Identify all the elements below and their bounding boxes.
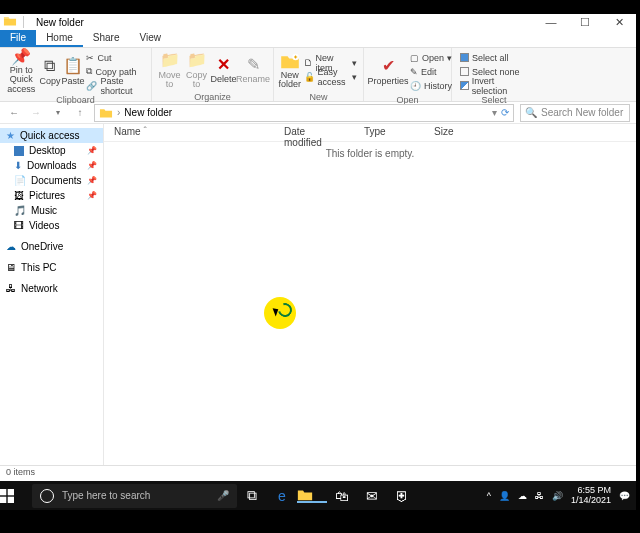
recent-dropdown[interactable]: ▾ <box>50 108 66 117</box>
edit-button[interactable]: ✎Edit <box>410 65 452 78</box>
nav-this-pc[interactable]: 🖥This PC <box>0 260 103 275</box>
file-list[interactable]: Name ˆ Date modified Type Size This fold… <box>104 124 636 465</box>
nav-videos[interactable]: 🎞Videos <box>0 218 103 233</box>
tray-overflow[interactable]: ^ <box>487 491 491 501</box>
tray-notifications[interactable]: 💬 <box>619 491 630 501</box>
paste-button[interactable]: 📋 Paste <box>61 51 84 93</box>
col-name[interactable]: Name ˆ <box>104 124 274 141</box>
nav-music[interactable]: 🎵Music <box>0 203 103 218</box>
paste-shortcut-button[interactable]: 🔗Paste shortcut <box>86 79 145 92</box>
nav-network[interactable]: 🖧Network <box>0 281 103 296</box>
properties-button[interactable]: ✔ Properties <box>368 51 408 93</box>
taskbar-mail[interactable]: ✉ <box>357 488 387 504</box>
tab-share[interactable]: Share <box>83 30 130 47</box>
folder-icon <box>99 107 113 118</box>
invert-selection-button[interactable]: Invert selection <box>460 79 530 92</box>
nav-onedrive[interactable]: ☁OneDrive <box>0 239 103 254</box>
select-all-button[interactable]: Select all <box>460 51 530 64</box>
col-size[interactable]: Size <box>424 124 484 141</box>
back-button[interactable]: ← <box>6 107 22 118</box>
copy-button[interactable]: ⧉ Copy <box>38 51 61 93</box>
documents-icon: 📄 <box>14 175 26 186</box>
start-button[interactable] <box>0 489 32 503</box>
rename-icon: ✎ <box>243 55 263 75</box>
nav-documents[interactable]: 📄Documents📌 <box>0 173 103 188</box>
window-title: New folder <box>32 17 534 28</box>
mic-icon[interactable]: 🎤 <box>217 490 229 501</box>
delete-button[interactable]: ✕ Delete <box>210 49 237 91</box>
col-type[interactable]: Type <box>354 124 424 141</box>
tray-network-icon[interactable]: 🖧 <box>535 491 544 501</box>
address-dropdown[interactable]: ▾ <box>492 107 497 118</box>
shortcut-icon: 🔗 <box>86 81 97 91</box>
rename-button[interactable]: ✎ Rename <box>237 49 269 91</box>
taskbar-edge[interactable]: e <box>267 488 297 504</box>
empty-message: This folder is empty. <box>104 142 636 165</box>
pictures-icon: 🖼 <box>14 190 24 201</box>
delete-icon: ✕ <box>214 55 234 75</box>
qat-separator <box>23 16 29 28</box>
easy-access-icon: 🔓 <box>304 72 315 82</box>
cut-button[interactable]: ✂Cut <box>86 51 145 64</box>
tray-volume-icon[interactable]: 🔊 <box>552 491 563 501</box>
tray-clock[interactable]: 6:55 PM 1/14/2021 <box>571 486 611 506</box>
tab-home[interactable]: Home <box>36 30 83 47</box>
tray-people[interactable]: 👤 <box>499 491 510 501</box>
chevron-down-icon: ▾ <box>352 58 357 68</box>
quick-access-icon: ★ <box>6 130 15 141</box>
search-box[interactable]: 🔍 Search New folder <box>520 104 630 122</box>
nav-pane[interactable]: ★ Quick access Desktop📌 ⬇Downloads📌 📄Doc… <box>0 124 104 465</box>
minimize-button[interactable]: — <box>534 16 568 28</box>
address-bar: ← → ▾ ↑ › New folder ▾ ⟳ 🔍 Search New fo… <box>0 102 636 124</box>
taskbar[interactable]: Type here to search 🎤 ⧉ e 🛍 ✉ ⛨ ^ 👤 ☁ 🖧 … <box>0 481 636 510</box>
nav-desktop[interactable]: Desktop📌 <box>0 143 103 158</box>
copy-to-icon: 📁 <box>187 51 207 71</box>
cortana-icon <box>40 489 54 503</box>
tab-file[interactable]: File <box>0 30 36 47</box>
pin-quick-access-button[interactable]: 📌 Pin to Quick access <box>4 51 38 93</box>
refresh-button[interactable]: ⟳ <box>501 107 509 118</box>
this-pc-icon: 🖥 <box>6 262 16 273</box>
up-button[interactable]: ↑ <box>72 107 88 118</box>
ribbon-tabs: File Home Share View <box>0 30 636 48</box>
breadcrumb-sep: › <box>117 107 120 118</box>
breadcrumb[interactable]: › New folder ▾ ⟳ <box>94 104 514 122</box>
move-to-button[interactable]: 📁 Move to <box>156 49 183 91</box>
title-bar[interactable]: New folder — ☐ ✕ <box>0 14 636 30</box>
taskbar-explorer[interactable] <box>297 488 327 503</box>
breadcrumb-folder[interactable]: New folder <box>124 107 172 118</box>
forward-button[interactable]: → <box>28 107 44 118</box>
sort-indicator: ˆ <box>143 126 146 137</box>
tray-onedrive[interactable]: ☁ <box>518 491 527 501</box>
taskbar-security[interactable]: ⛨ <box>387 488 417 504</box>
task-view-button[interactable]: ⧉ <box>237 487 267 504</box>
properties-icon: ✔ <box>378 57 398 77</box>
folder-icon <box>3 15 17 29</box>
move-to-icon: 📁 <box>160 51 180 71</box>
copy-to-button[interactable]: 📁 Copy to <box>183 49 210 91</box>
nav-downloads[interactable]: ⬇Downloads📌 <box>0 158 103 173</box>
column-headers[interactable]: Name ˆ Date modified Type Size <box>104 124 636 142</box>
history-button[interactable]: 🕘History <box>410 79 452 92</box>
taskbar-store[interactable]: 🛍 <box>327 488 357 504</box>
system-tray[interactable]: ^ 👤 ☁ 🖧 🔊 6:55 PM 1/14/2021 💬 <box>487 486 636 506</box>
chevron-down-icon: ▾ <box>352 72 357 82</box>
maximize-button[interactable]: ☐ <box>568 16 602 29</box>
tray-date: 1/14/2021 <box>571 496 611 506</box>
copy-path-icon: ⧉ <box>86 66 92 77</box>
pin-icon: 📌 <box>87 191 97 200</box>
new-folder-button[interactable]: New folder <box>278 49 302 91</box>
taskbar-search[interactable]: Type here to search 🎤 <box>32 484 237 508</box>
close-button[interactable]: ✕ <box>602 16 636 29</box>
easy-access-button[interactable]: 🔓Easy access▾ <box>304 71 357 84</box>
taskbar-search-placeholder: Type here to search <box>62 490 150 501</box>
svg-rect-1 <box>0 489 6 495</box>
open-button[interactable]: ▢Open▾ <box>410 51 452 64</box>
nav-pictures[interactable]: 🖼Pictures📌 <box>0 188 103 203</box>
select-none-icon <box>460 67 469 76</box>
search-placeholder: Search New folder <box>541 107 623 118</box>
group-open: ✔ Properties ▢Open▾ ✎Edit 🕘History Open <box>364 48 452 101</box>
nav-quick-access[interactable]: ★ Quick access <box>0 128 103 143</box>
tab-view[interactable]: View <box>130 30 172 47</box>
col-date[interactable]: Date modified <box>274 124 354 141</box>
